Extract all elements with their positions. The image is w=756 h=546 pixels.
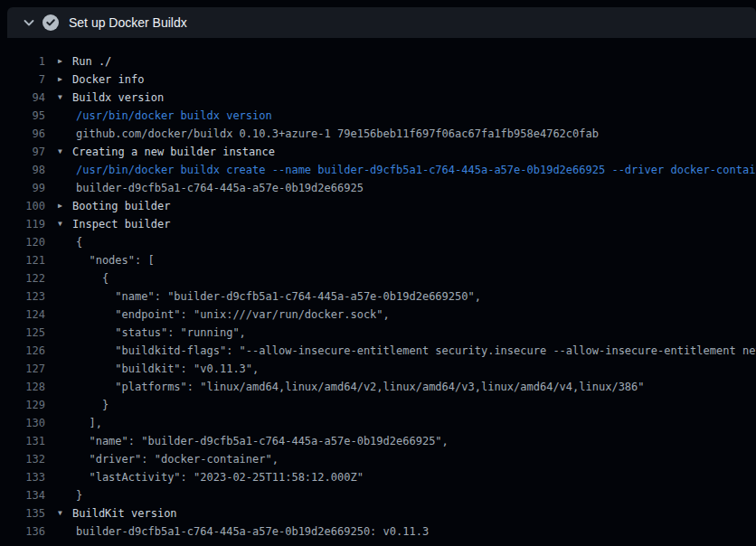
line-number-link[interactable]: 127 (0, 360, 45, 378)
log-output-text: builder-d9cfb5a1-c764-445a-a57e-0b19d2e6… (76, 179, 364, 197)
log-line: 134} (0, 486, 756, 504)
line-number-link[interactable]: 121 (0, 251, 45, 269)
log-line: 100▶Booting builder (0, 197, 756, 215)
step-title: Set up Docker Buildx (69, 15, 187, 30)
log-line: 1▶Run ./ (0, 52, 756, 71)
log-line: 132 "driver": "docker-container", (0, 450, 756, 468)
line-number-link[interactable]: 123 (0, 287, 45, 306)
log-group-title[interactable]: Buildx version (72, 89, 164, 107)
log-viewer: 1▶Run ./7▶Docker info94▼Buildx version95… (0, 38, 756, 546)
line-number-link[interactable]: 134 (0, 486, 45, 504)
triangle-right-icon[interactable]: ▶ (58, 197, 71, 215)
log-output-text: "lastActivity": "2023-02-25T11:58:12.000… (76, 468, 364, 486)
log-output-text: { (76, 269, 109, 287)
log-output-text: { (76, 233, 82, 251)
line-number-link[interactable]: 99 (0, 179, 45, 197)
step-header[interactable]: Set up Docker Buildx (7, 7, 756, 38)
triangle-down-icon[interactable]: ▼ (58, 143, 71, 161)
log-output-text: "driver": "docker-container", (76, 450, 279, 468)
line-number-link[interactable]: 100 (0, 197, 45, 215)
log-line: 127 "buildkit": "v0.11.3", (0, 360, 756, 378)
log-line: 98/usr/bin/docker buildx create --name b… (0, 161, 756, 179)
log-command-text: /usr/bin/docker buildx create --name bui… (76, 161, 756, 179)
line-number-link[interactable]: 1 (0, 52, 45, 71)
triangle-right-icon[interactable]: ▶ (58, 71, 71, 89)
log-line: 121 "nodes": [ (0, 251, 756, 269)
line-number-link[interactable]: 125 (0, 324, 45, 342)
log-line: 129 } (0, 396, 756, 414)
log-line: 119▼Inspect builder (0, 215, 756, 233)
log-output-text: builder-d9cfb5a1-c764-445a-a57e-0b19d2e6… (76, 522, 429, 541)
log-line: 96github.com/docker/buildx 0.10.3+azure-… (0, 125, 756, 143)
log-command-text: /usr/bin/docker buildx version (76, 107, 272, 125)
line-number-link[interactable]: 129 (0, 396, 45, 414)
line-number-link[interactable]: 96 (0, 125, 45, 143)
line-number-link[interactable]: 7 (0, 71, 45, 89)
log-output-text: "nodes": [ (76, 251, 155, 269)
line-number-link[interactable]: 98 (0, 161, 45, 179)
log-output-text: github.com/docker/buildx 0.10.3+azure-1 … (76, 125, 599, 143)
log-line: 7▶Docker info (0, 71, 756, 89)
log-line: 124 "endpoint": "unix:///var/run/docker.… (0, 306, 756, 324)
log-line: 131 "name": "builder-d9cfb5a1-c764-445a-… (0, 432, 756, 450)
line-number-link[interactable]: 97 (0, 143, 45, 161)
log-output-text: "status": "running", (76, 324, 246, 342)
log-line: 136builder-d9cfb5a1-c764-445a-a57e-0b19d… (0, 522, 756, 541)
log-line: 125 "status": "running", (0, 324, 756, 342)
log-group-title[interactable]: BuildKit version (72, 504, 177, 522)
log-group-title[interactable]: Docker info (72, 71, 144, 89)
triangle-down-icon[interactable]: ▼ (58, 89, 71, 107)
line-number-link[interactable]: 130 (0, 414, 45, 432)
log-output-text: "buildkit": "v0.11.3", (76, 360, 259, 378)
line-number-link[interactable]: 120 (0, 233, 45, 251)
chevron-down-icon[interactable] (22, 15, 36, 30)
line-number-link[interactable]: 133 (0, 468, 45, 486)
log-output-text: "buildkitd-flags": "--allow-insecure-ent… (76, 342, 756, 360)
line-number-link[interactable]: 94 (0, 89, 45, 107)
log-group-title[interactable]: Run ./ (72, 52, 111, 71)
line-number-link[interactable]: 135 (0, 504, 45, 522)
triangle-right-icon[interactable]: ▶ (58, 52, 71, 71)
line-number-link[interactable]: 136 (0, 522, 45, 541)
line-number-link[interactable]: 95 (0, 107, 45, 125)
log-group-title[interactable]: Creating a new builder instance (72, 143, 275, 161)
log-line: 94▼Buildx version (0, 89, 756, 107)
log-group-title[interactable]: Inspect builder (72, 215, 170, 233)
log-line: 99builder-d9cfb5a1-c764-445a-a57e-0b19d2… (0, 179, 756, 197)
log-line: 122 { (0, 269, 756, 287)
line-number-link[interactable]: 126 (0, 342, 45, 360)
check-circle-icon (43, 14, 59, 31)
log-output-text: "platforms": "linux/amd64,linux/amd64/v2… (76, 378, 645, 396)
log-line: 133 "lastActivity": "2023-02-25T11:58:12… (0, 468, 756, 486)
log-line: 120{ (0, 233, 756, 251)
line-number-link[interactable]: 131 (0, 432, 45, 450)
log-line: 130 ], (0, 414, 756, 432)
line-number-link[interactable]: 132 (0, 450, 45, 468)
log-line: 123 "name": "builder-d9cfb5a1-c764-445a-… (0, 287, 756, 306)
log-output-text: } (76, 486, 82, 504)
log-line: 97▼Creating a new builder instance (0, 143, 756, 161)
line-number-link[interactable]: 122 (0, 269, 45, 287)
log-line: 135▼BuildKit version (0, 504, 756, 522)
log-output-text: "name": "builder-d9cfb5a1-c764-445a-a57e… (76, 432, 449, 450)
log-line: 128 "platforms": "linux/amd64,linux/amd6… (0, 378, 756, 396)
log-group-title[interactable]: Booting builder (72, 197, 170, 215)
log-output-text: "endpoint": "unix:///var/run/docker.sock… (76, 306, 390, 324)
triangle-down-icon[interactable]: ▼ (58, 504, 71, 522)
log-output-text: "name": "builder-d9cfb5a1-c764-445a-a57e… (76, 287, 481, 306)
log-line: 126 "buildkitd-flags": "--allow-insecure… (0, 342, 756, 360)
log-output-text: ], (76, 414, 102, 432)
line-number-link[interactable]: 128 (0, 378, 45, 396)
log-output-text: } (76, 396, 109, 414)
triangle-down-icon[interactable]: ▼ (58, 215, 71, 233)
line-number-link[interactable]: 124 (0, 306, 45, 324)
log-line: 95/usr/bin/docker buildx version (0, 107, 756, 125)
line-number-link[interactable]: 119 (0, 215, 45, 233)
